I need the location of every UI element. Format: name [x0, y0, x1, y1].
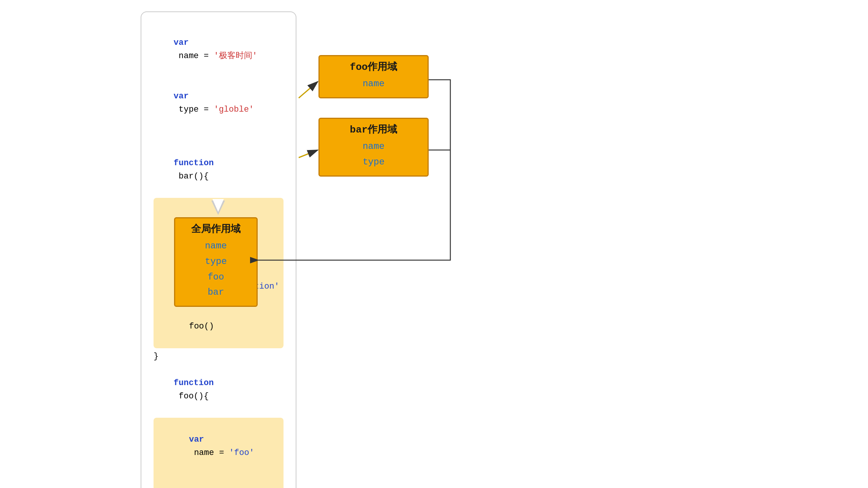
- function-kw-foo: function: [174, 378, 214, 388]
- bar-scope-item-name: name: [327, 139, 420, 155]
- var-kw-2: var: [174, 92, 189, 101]
- code-text-2: type = 'globle': [174, 105, 254, 114]
- code-line-1: var name = '极客时间': [154, 23, 284, 76]
- code-foo-fn: foo(){: [174, 392, 209, 401]
- global-scope-box: 全局作用域 name type foo bar: [174, 217, 258, 307]
- foo-scope-box: foo作用域 name: [318, 55, 429, 98]
- var-kw-1: var: [174, 38, 189, 47]
- bar-scope-box: bar作用域 name type: [318, 118, 429, 177]
- global-scope-title: 全局作用域: [183, 222, 249, 235]
- global-scope-item-type: type: [183, 254, 249, 270]
- arrow-foo-to-bar: [299, 150, 318, 158]
- bar-scope-item-type: type: [327, 155, 420, 170]
- code-line-2: var type = 'globle': [154, 76, 284, 130]
- foo-scope-item-name: name: [327, 76, 420, 92]
- code-line-bar-def: function bar(){: [154, 143, 284, 197]
- global-scope-item-name: name: [183, 238, 249, 254]
- function-kw-bar: function: [174, 158, 214, 168]
- code-text-1: name = '极客时间': [174, 51, 257, 61]
- callout-triangle: [211, 201, 225, 215]
- foo-line-1: var name = 'foo': [159, 419, 280, 473]
- code-line-bar-close: }: [154, 350, 284, 363]
- arrows-svg: [0, 0, 868, 488]
- code-line-foo-def: function foo(){: [154, 363, 284, 417]
- code-line-blank: [154, 130, 284, 143]
- foo-scope-title: foo作用域: [327, 60, 420, 73]
- code-bar-fn: bar(){: [174, 172, 209, 181]
- global-scope-item-foo: foo: [183, 270, 249, 285]
- bar-line-3: foo(): [159, 306, 280, 347]
- foo-line-2: console.log(name): [159, 473, 280, 488]
- arrow-bar-to-foo: [299, 82, 318, 98]
- foo-highlight-box: var name = 'foo' console.log(name) conso…: [154, 418, 284, 488]
- global-scope-item-bar: bar: [183, 285, 249, 300]
- bar-scope-title: bar作用域: [327, 123, 420, 136]
